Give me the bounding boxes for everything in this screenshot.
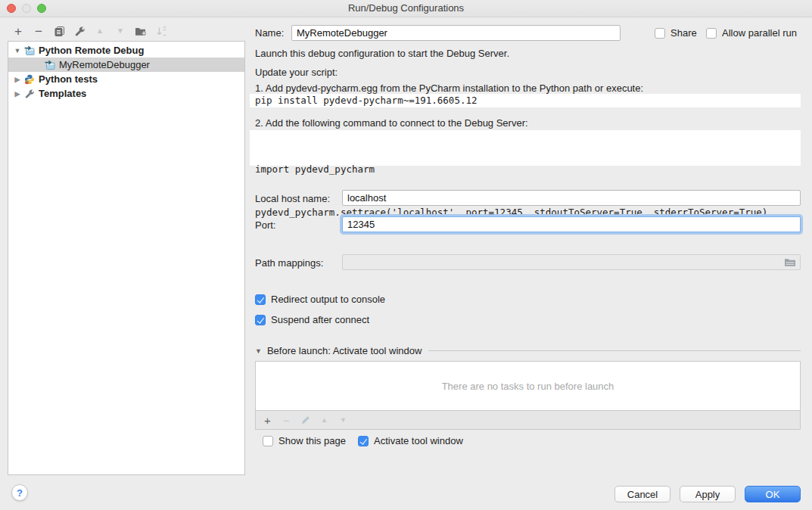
port-label: Port: [255, 219, 275, 231]
tree-item-label: Templates [39, 88, 86, 99]
close-button[interactable] [7, 4, 16, 13]
activate-tool-window-label: Activate tool window [374, 435, 463, 446]
name-input[interactable] [291, 25, 621, 41]
remove-task-icon[interactable]: − [282, 414, 291, 426]
show-this-page-option[interactable]: Show this page [263, 435, 346, 446]
intro-text: Launch this debug configuration to start… [255, 48, 509, 59]
tree-item-label: MyRemoteDebugger [59, 59, 150, 70]
templates-wrench-icon [24, 89, 35, 99]
pip-install-code: pip install pydevd-pycharm~=191.6605.12 [250, 94, 801, 107]
tree-item-templates[interactable]: ▶ Templates [8, 86, 244, 101]
browse-folder-icon[interactable] [784, 257, 796, 267]
share-label: Share [670, 27, 697, 39]
chevron-collapsed-icon[interactable]: ▶ [14, 76, 21, 83]
tree-item-python-remote-debug[interactable]: ▼ Python Remote Debug [8, 43, 244, 58]
run-debug-configurations-dialog: Run/Debug Configurations + − ▲ ▼ [0, 0, 812, 510]
update-script-text: Update your script: [255, 67, 338, 78]
remote-debug-config-icon [45, 60, 55, 70]
chevron-expanded-icon[interactable]: ▼ [14, 47, 21, 54]
chevron-collapsed-icon[interactable]: ▶ [14, 90, 21, 98]
redirect-output-option[interactable]: Redirect output to console [255, 294, 385, 305]
share-option[interactable]: Share [655, 27, 697, 39]
move-down-icon[interactable]: ▼ [114, 24, 127, 38]
suspend-after-connect-option[interactable]: Suspend after connect [255, 314, 369, 325]
settrace-code-block: import pydevd_pycharm pydevd_pycharm.set… [250, 130, 801, 166]
help-button[interactable]: ? [11, 484, 28, 501]
move-task-down-icon[interactable]: ▼ [338, 414, 348, 426]
add-task-icon[interactable]: + [263, 414, 272, 426]
local-host-label: Local host name: [255, 193, 330, 204]
step2-text: 2. Add the following command to connect … [255, 117, 528, 129]
remote-debug-config-icon [24, 45, 35, 56]
separator-line [428, 350, 801, 351]
redirect-output-label: Redirect output to console [271, 294, 385, 305]
tree-item-label: Python tests [39, 73, 98, 85]
title-bar: Run/Debug Configurations [0, 0, 812, 17]
copy-configuration-icon[interactable] [52, 24, 66, 38]
suspend-after-connect-checkbox[interactable] [255, 315, 266, 325]
configurations-toolbar: + − ▲ ▼ [11, 23, 168, 39]
apply-button[interactable]: Apply [680, 486, 736, 502]
before-launch-panel: There are no tasks to run before launch … [255, 361, 801, 430]
help-icon: ? [17, 487, 23, 499]
local-host-input[interactable] [342, 190, 801, 206]
suspend-after-connect-label: Suspend after connect [271, 314, 369, 325]
allow-parallel-run-checkbox[interactable] [706, 28, 717, 39]
before-launch-header[interactable]: ▼ Before launch: Activate tool window [255, 345, 801, 356]
configurations-tree: ▼ Python Remote Debug MyRemoteDebugger [8, 41, 245, 475]
cancel-button[interactable]: Cancel [614, 486, 670, 502]
show-this-page-label: Show this page [278, 435, 346, 446]
window-controls [7, 4, 46, 13]
tree-item-python-tests[interactable]: ▶ Python tests [8, 72, 244, 86]
activate-tool-window-checkbox[interactable] [358, 436, 369, 446]
python-tests-icon [24, 74, 35, 85]
name-label: Name: [255, 27, 284, 39]
settrace-code-line1: import pydevd_pycharm [255, 162, 801, 176]
ok-button[interactable]: OK [745, 486, 801, 502]
collapse-triangle-icon[interactable]: ▼ [255, 347, 262, 355]
window-title: Run/Debug Configurations [0, 0, 812, 16]
path-mappings-input[interactable] [342, 254, 801, 270]
show-this-page-checkbox[interactable] [263, 436, 273, 446]
move-up-icon[interactable]: ▲ [93, 24, 107, 38]
sort-configurations-icon[interactable] [154, 24, 168, 38]
add-configuration-icon[interactable]: + [11, 24, 25, 38]
zoom-button[interactable] [37, 4, 46, 13]
allow-parallel-run-label: Allow parallel run [722, 27, 797, 39]
step1-text: 1. Add pydevd-pycharm.egg from the PyCha… [255, 82, 643, 94]
remove-configuration-icon[interactable]: − [32, 24, 45, 38]
tree-item-myremotedebugger[interactable]: MyRemoteDebugger [8, 58, 244, 72]
dialog-buttons: Cancel Apply OK [614, 486, 801, 502]
before-launch-title: Before launch: Activate tool window [267, 345, 422, 356]
new-folder-icon[interactable] [134, 24, 148, 38]
tree-item-label: Python Remote Debug [39, 45, 144, 56]
path-mappings-label: Path mappings: [255, 257, 323, 269]
move-task-up-icon[interactable]: ▲ [319, 414, 329, 426]
edit-task-icon[interactable] [300, 414, 310, 426]
activate-tool-window-option[interactable]: Activate tool window [358, 435, 463, 446]
redirect-output-checkbox[interactable] [255, 294, 266, 305]
before-launch-toolbar: + − ▲ ▼ [256, 410, 800, 429]
before-launch-empty-message: There are no tasks to run before launch [256, 362, 800, 410]
port-input[interactable] [342, 216, 801, 232]
edit-templates-icon[interactable] [73, 24, 86, 38]
share-checkbox[interactable] [655, 28, 665, 39]
minimize-button [22, 4, 31, 13]
allow-parallel-run-option[interactable]: Allow parallel run [706, 27, 797, 39]
